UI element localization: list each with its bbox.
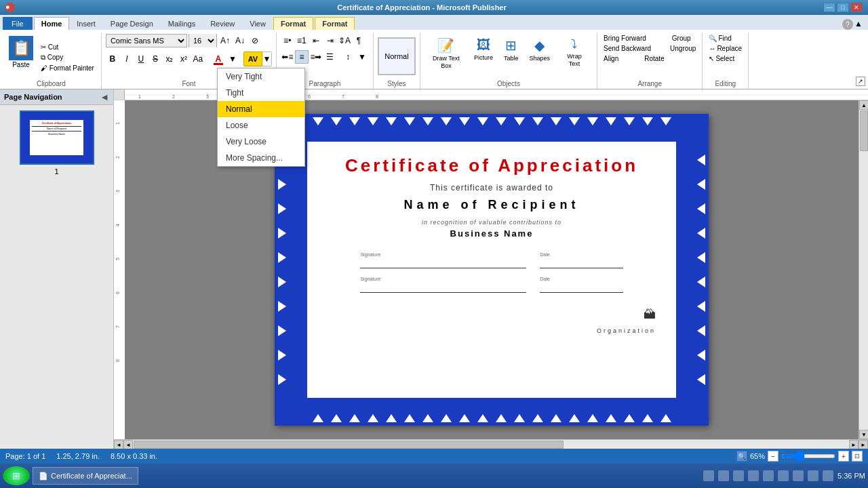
align-right-button[interactable]: ≡➡ (309, 50, 323, 64)
scroll-track-v[interactable] (859, 110, 868, 430)
tab-insert[interactable]: Insert (69, 17, 103, 30)
org-name[interactable]: Organization (597, 327, 656, 334)
shapes-button[interactable]: ◆ Shapes (524, 34, 555, 65)
menu-item-more-spacing[interactable]: More Spacing... (218, 150, 304, 166)
zoom-out-button[interactable]: − (768, 451, 778, 462)
indent-more-button[interactable]: ⇥ (323, 34, 337, 47)
char-spacing-dropdown-arrow[interactable]: ▼ (262, 52, 272, 66)
tab-mailings[interactable]: Mailings (161, 17, 203, 30)
tab-view[interactable]: View (242, 17, 273, 30)
menu-item-normal[interactable]: Normal (218, 101, 304, 117)
justify-button[interactable]: ☰ (323, 50, 337, 64)
bring-forward-button[interactable]: Bring Forward (601, 34, 648, 43)
tab-review[interactable]: Review (203, 17, 242, 30)
tab-file[interactable]: File (3, 17, 33, 30)
tab-format1[interactable]: Format (273, 17, 313, 30)
cut-button[interactable]: ✂ Cut (38, 43, 97, 52)
table-button[interactable]: ⊞ Table (499, 34, 524, 65)
clear-format-button[interactable]: ⊘ (248, 34, 262, 47)
scroll-thumb-v[interactable] (860, 110, 868, 151)
certificate-subtitle[interactable]: This certificate is awarded to (430, 183, 553, 192)
subscript-button[interactable]: x₂ (163, 52, 176, 66)
menu-item-very-loose[interactable]: Very Loose (218, 134, 304, 150)
align-left-button[interactable]: ⬅≡ (281, 50, 294, 64)
change-case-button[interactable]: Aa (191, 52, 205, 66)
font-select[interactable]: Comic Sans MS (106, 34, 187, 47)
group-button[interactable]: Group (670, 34, 693, 43)
underline-button[interactable]: U (134, 52, 148, 66)
rotate-button[interactable]: Rotate (642, 54, 666, 63)
help-icon[interactable]: ? (842, 19, 853, 30)
certificate-title[interactable]: Certificate of Appreciation (345, 155, 638, 176)
font-color-arrow[interactable]: ▼ (226, 52, 239, 66)
tray-icon-7[interactable] (793, 470, 804, 481)
minimize-button[interactable]: — (823, 3, 835, 12)
ungroup-button[interactable]: Ungroup (668, 44, 698, 53)
select-button[interactable]: ↖ Select (707, 54, 736, 63)
scroll-up-button[interactable]: ▲ (859, 100, 868, 110)
strikethrough-button[interactable]: S (149, 52, 162, 66)
certificate-recipient[interactable]: Name of Recipient (403, 198, 579, 212)
bullet-list-button[interactable]: ≡• (281, 34, 294, 47)
tray-icon-8[interactable] (808, 470, 818, 481)
tray-icon-2[interactable] (718, 470, 729, 481)
scroll-right-button[interactable]: ► (849, 440, 859, 449)
fit-page-button[interactable]: ⊡ (852, 451, 863, 462)
superscript-button[interactable]: x² (177, 52, 191, 66)
italic-button[interactable]: I (120, 52, 134, 66)
tray-icon-5[interactable] (763, 470, 774, 481)
show-paragraph-button[interactable]: ¶ (352, 34, 366, 47)
maximize-button[interactable]: □ (837, 3, 849, 12)
copy-button[interactable]: ⧉ Copy (38, 53, 97, 62)
scroll-down-button[interactable]: ▼ (859, 430, 868, 439)
start-button[interactable]: ⊞ (3, 466, 30, 485)
find-button[interactable]: 🔍 Find (707, 34, 733, 43)
styles-preview[interactable]: Normal (378, 37, 416, 75)
certificate-business[interactable]: Business Name (450, 228, 534, 239)
replace-button[interactable]: ↔ Replace (707, 44, 744, 53)
zoom-icon-button[interactable]: 🔍 (736, 451, 747, 462)
grow-font-button[interactable]: A↑ (218, 34, 232, 47)
h-scroll-thumb[interactable] (134, 441, 564, 449)
format-painter-button[interactable]: 🖌 Format Painter (38, 64, 97, 73)
menu-item-loose[interactable]: Loose (218, 117, 304, 134)
tab-home[interactable]: Home (34, 17, 70, 30)
indent-less-button[interactable]: ⇤ (309, 34, 323, 47)
font-color-button[interactable]: A (212, 52, 225, 66)
line-spacing-button[interactable]: ↕ (341, 50, 355, 64)
menu-item-tight[interactable]: Tight (218, 85, 304, 101)
char-spacing-button[interactable]: AV (243, 52, 262, 66)
send-backward-button[interactable]: Send Backward (601, 44, 653, 53)
tab-format2[interactable]: Format (315, 17, 355, 30)
certificate-recognition[interactable]: in recognition of valuable contributions… (422, 219, 561, 226)
tray-icon-3[interactable] (733, 470, 744, 481)
close-button[interactable]: ✕ (850, 3, 863, 12)
tray-icon-9[interactable] (823, 470, 833, 481)
scroll-right-button-2[interactable]: ► (859, 440, 868, 449)
nav-panel-close-button[interactable]: ◄ (100, 92, 109, 102)
page-thumbnail[interactable]: Certificate of Appreciation Name of Reci… (20, 110, 94, 165)
align-center-button[interactable]: ≡ (295, 50, 309, 64)
paragraph-expand[interactable]: ↗ (856, 77, 865, 86)
zoom-slider[interactable] (781, 454, 835, 458)
draw-text-box-button[interactable]: 📝 Draw Text Box (425, 34, 468, 73)
taskbar-publisher[interactable]: 📄 Certificate of Appreciat... (33, 467, 138, 485)
bold-button[interactable]: B (106, 52, 119, 66)
picture-button[interactable]: 🖼 Picture (469, 34, 498, 64)
line-spacing-arrow[interactable]: ▼ (355, 50, 369, 64)
shrink-font-button[interactable]: A↓ (233, 34, 247, 47)
paste-button[interactable]: 📋 Paste (5, 34, 37, 79)
scroll-left-button-2[interactable]: ◄ (123, 440, 133, 449)
tab-page-design[interactable]: Page Design (103, 17, 161, 30)
font-size-select[interactable]: 16 (189, 34, 216, 47)
align-button[interactable]: Align (601, 54, 620, 63)
tray-icon-6[interactable] (778, 470, 789, 481)
tray-icon-4[interactable] (748, 470, 759, 481)
zoom-in-button[interactable]: + (838, 451, 849, 462)
scroll-left-button[interactable]: ◄ (114, 440, 123, 449)
numbered-list-button[interactable]: ≡1 (295, 34, 309, 47)
wrap-text-button[interactable]: ⤵ Wrap Text (556, 34, 593, 71)
h-scroll-track[interactable] (133, 440, 849, 449)
menu-item-very-tight[interactable]: Very Tight (218, 68, 304, 85)
ribbon-collapse-icon[interactable]: ▲ (854, 19, 865, 30)
